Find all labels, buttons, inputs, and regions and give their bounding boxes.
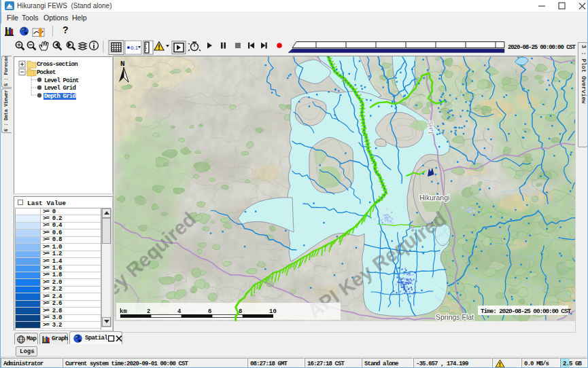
svg-text:N: N bbox=[120, 60, 125, 68]
svg-text:Springs Flat: Springs Flat bbox=[436, 313, 474, 321]
svg-text:km: km bbox=[120, 308, 127, 315]
svg-text:4: 4 bbox=[177, 308, 181, 315]
svg-text:10: 10 bbox=[269, 308, 277, 315]
svg-text:6: 6 bbox=[208, 308, 211, 315]
svg-text:8: 8 bbox=[239, 308, 242, 315]
svg-text:SH 1: SH 1 bbox=[427, 121, 434, 134]
svg-text:0.1: 0.1 bbox=[131, 45, 139, 51]
svg-text:Time: 2020-08-25 00:00:00 CST: Time: 2020-08-25 00:00:00 CST bbox=[481, 308, 571, 315]
svg-text:Hikurangi: Hikurangi bbox=[419, 194, 449, 202]
svg-text:2: 2 bbox=[147, 308, 150, 315]
